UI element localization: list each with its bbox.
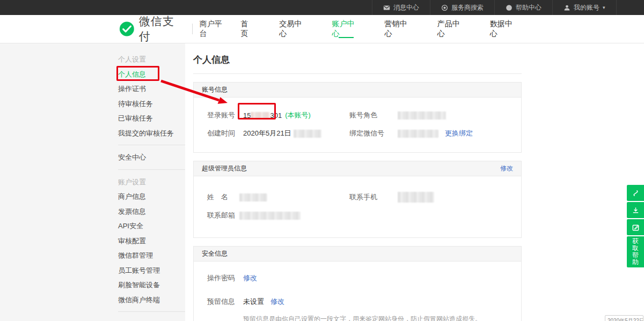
sidebar-item-reviewed-tasks[interactable]: 已审核任务 [118,111,185,126]
brand-logo[interactable]: 微信支付 商户平台 [119,14,228,44]
sidebar-item-api-security[interactable]: API安全 [118,219,185,234]
reserved-info-label: 预留信息 [207,297,243,307]
sidebar-item-wechat-merchant-terminal[interactable]: 微信商户终端 [118,293,185,308]
redacted-bound-wechat [398,130,438,138]
super-admin-modify-link[interactable]: 修改 [500,164,513,173]
security-info-title: 安全信息 [202,249,228,258]
admin-row-1: 姓 名 联系手机 [207,188,521,206]
sidebar-item-pending-review-tasks[interactable]: 待审核任务 [118,96,185,111]
topbar: 消息中心 服务商搜索 ? 帮助中心 我的账号 ▾ [0,0,644,15]
admin-row-2: 联系邮箱 [207,206,521,225]
redacted-admin-email [239,212,301,220]
sidebar-item-face-smart-device[interactable]: 刷脸智能设备 [118,278,185,293]
reserved-info-status: 未设置 [243,297,264,307]
topbar-item-label: 我的账号 [574,3,599,12]
operation-password-label: 操作密码 [207,273,243,283]
sidebar-item-my-submitted-tasks[interactable]: 我提交的审核任务 [118,126,185,141]
sidebar-item-review-config[interactable]: 审核配置 [118,234,185,249]
redacted-created-time [294,130,321,138]
sidebar-item-merchant-info[interactable]: 商户信息 [118,189,185,204]
login-account-value: 15 301 (本账号) [243,110,311,120]
security-info-section: 安全信息 操作密码 修改 预留信息 未设置 修改 预留信息是由你自己设置的一段文… [193,246,522,321]
feedback-button[interactable] [627,219,644,235]
nav-item-product-center[interactable]: 产品中心 [425,15,478,43]
nav-item-account-center[interactable]: 账户中心 [319,15,372,43]
portal-name: 商户平台 [200,19,229,39]
sidebar: 个人设置 个人信息 操作证书 待审核任务 已审核任务 我提交的审核任务 安全中心… [0,43,185,321]
password-row: 操作密码 修改 [207,269,521,287]
edit-icon [632,223,640,232]
super-admin-title: 超级管理员信息 [202,164,247,173]
topbar-item-my-account[interactable]: 我的账号 ▾ [552,0,617,15]
account-row-1: 登录账号 15 301 (本账号) 账号角色 [207,106,521,124]
topbar-menu: 消息中心 服务商搜索 ? 帮助中心 我的账号 ▾ [372,0,617,15]
main-nav: 首页 交易中心 账户中心 营销中心 产品中心 数据中心 [228,15,530,43]
floating-toolbar: 获取帮助 [627,185,644,268]
created-time-value: 2020年5月21日 [243,129,321,138]
main-content: 个人信息 账号信息 登录账号 15 301 ( [185,43,644,321]
user-icon [564,4,570,11]
help-icon: ? [506,4,513,11]
brand-name: 微信支付 [139,14,184,44]
sidebar-item-security-center[interactable]: 安全中心 [118,150,185,165]
account-info-section: 账号信息 登录账号 15 301 (本账号) [193,82,522,153]
page-title: 个人信息 [193,54,644,66]
account-info-header: 账号信息 [194,83,521,98]
sidebar-item-wechat-group-management[interactable]: 微信群管理 [118,248,185,263]
bound-wechat-label: 绑定微信号 [349,129,398,138]
admin-name-label: 姓 名 [207,192,239,202]
login-account-prefix: 15 [243,111,251,120]
search-icon [441,4,448,11]
wechat-pay-logo-icon [119,21,135,37]
share-link-button[interactable] [627,185,644,201]
title-divider [193,73,522,74]
created-time-label: 创建时间 [207,129,243,138]
reserved-modify-link[interactable]: 修改 [270,297,284,307]
reserved-info-row: 预留信息 未设置 修改 [207,293,521,311]
nav-item-marketing-center[interactable]: 营销中心 [372,15,425,43]
download-icon [632,206,640,214]
bound-wechat-field: 绑定微信号 更换绑定 [349,129,473,138]
sidebar-item-invoice-info[interactable]: 发票信息 [118,204,185,219]
date-tooltip: 2020年5月22日 [605,315,643,321]
body: 个人设置 个人信息 操作证书 待审核任务 已审核任务 我提交的审核任务 安全中心… [0,43,644,321]
redacted-login-account-middle [251,112,270,119]
sidebar-item-personal-info[interactable]: 个人信息 [118,67,185,82]
nav-item-data-center[interactable]: 数据中心 [478,15,530,43]
svg-text:?: ? [508,5,510,10]
super-admin-body: 姓 名 联系手机 联系邮箱 [194,176,521,237]
sidebar-group-title-account: 账户设置 [118,175,185,190]
header: 微信支付 商户平台 首页 交易中心 账户中心 营销中心 产品中心 数据中心 [0,15,644,43]
sidebar-divider [118,311,185,312]
redacted-account-role [398,111,446,120]
redacted-admin-name [239,193,267,201]
get-help-label: 获取帮助 [632,238,639,266]
nav-item-transaction-center[interactable]: 交易中心 [267,15,319,43]
download-button[interactable] [627,202,644,218]
account-role-field: 账号角色 [349,110,446,120]
mail-icon [383,4,390,11]
login-account-suffix: 301 [270,111,282,120]
topbar-item-message-center[interactable]: 消息中心 [372,0,430,15]
topbar-item-label: 服务商搜索 [451,3,484,12]
get-help-button[interactable]: 获取帮助 [627,236,644,267]
sidebar-divider [118,169,185,170]
rebind-link[interactable]: 更换绑定 [445,129,473,138]
super-admin-section: 超级管理员信息 修改 姓 名 联系手机 [193,161,522,238]
topbar-item-label: 消息中心 [393,3,419,12]
topbar-item-help-center[interactable]: ? 帮助中心 [494,0,552,15]
account-info-title: 账号信息 [202,85,228,94]
sidebar-item-operation-certificate[interactable]: 操作证书 [118,81,185,96]
password-modify-link[interactable]: 修改 [243,273,257,283]
admin-email-field: 联系邮箱 [207,211,349,220]
nav-item-home[interactable]: 首页 [228,15,267,43]
account-row-2: 创建时间 2020年5月21日 绑定微信号 更换绑定 [207,124,521,143]
admin-phone-label: 联系手机 [349,192,398,202]
account-role-label: 账号角色 [349,110,398,120]
current-account-tag: (本账号) [285,110,311,120]
topbar-item-service-search[interactable]: 服务商搜索 [430,0,494,15]
reserved-info-description: 预留信息是由你自己设置的一段文字，用来鉴定网站身份，防止假冒网站造成损失。 配置… [243,314,521,321]
admin-email-label: 联系邮箱 [207,211,239,220]
sidebar-item-staff-account-management[interactable]: 员工账号管理 [118,263,185,278]
account-info-body: 登录账号 15 301 (本账号) 账号角色 [194,98,521,152]
